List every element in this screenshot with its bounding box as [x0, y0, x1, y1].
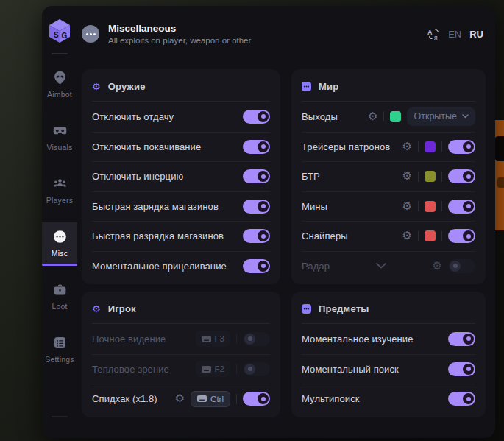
sidebar-item-players[interactable]: Players [42, 169, 77, 213]
toggle-switch[interactable] [448, 229, 475, 243]
translate-icon: A я [427, 28, 440, 40]
color-swatch[interactable] [425, 171, 436, 182]
toggle-switch[interactable] [448, 332, 475, 346]
section-title: Оружие [108, 81, 146, 92]
sidebar-item-misc[interactable]: Misc [42, 222, 77, 266]
hotkey-badge[interactable]: F2 [196, 361, 230, 377]
color-swatch[interactable] [425, 230, 436, 241]
section-title: Предметы [319, 303, 369, 314]
sidebar-item-aimbot[interactable]: Aimbot [42, 63, 77, 107]
svg-text:A: A [427, 29, 433, 36]
toggle-switch[interactable] [448, 259, 475, 273]
toggle-switch[interactable] [243, 392, 270, 406]
sidebar-divider [52, 416, 68, 417]
svg-text:S: S [54, 31, 59, 39]
section-gear-icon: ⚙ [92, 82, 101, 91]
setting-row: Снайперы ⚙ [302, 221, 475, 251]
exits-dropdown[interactable]: Открытые [407, 107, 475, 126]
sidebar-item-loot[interactable]: Loot [42, 275, 77, 319]
toggle-switch[interactable] [243, 362, 270, 376]
setting-row: Выходы ⚙ Открытые [302, 102, 475, 132]
lang-ru-button[interactable]: RU [469, 29, 483, 40]
setting-row: Быстрая зарядка магазинов [92, 191, 270, 222]
gear-icon[interactable]: ⚙ [368, 111, 377, 122]
setting-row: Тепловое зрение F2 [92, 354, 270, 384]
sidebar: S G Aimbot Visuals [42, 6, 77, 438]
section-weapon: ⚙ Оружие Отключить отдачу Отключить пока… [82, 69, 280, 284]
main-content: ⚙ Оружие Отключить отдачу Отключить пока… [77, 62, 495, 438]
toggle-switch[interactable] [448, 169, 475, 183]
chevron-down-icon[interactable] [330, 263, 433, 269]
toggle-switch[interactable] [243, 140, 270, 154]
section-gear-icon: ⚙ [92, 304, 101, 314]
sidebar-divider [52, 53, 68, 54]
gear-icon[interactable]: ⚙ [402, 230, 412, 241]
setting-row: Отключить отдачу [92, 102, 270, 132]
toggle-switch[interactable] [243, 259, 270, 273]
setting-row: Ночное видение F3 [92, 324, 270, 354]
section-world: Мир Выходы ⚙ Открытые [291, 69, 486, 284]
setting-row: Моментальное изучение [302, 324, 475, 354]
setting-row: Отключить инерцию [92, 161, 270, 191]
toggle-switch[interactable] [243, 110, 270, 124]
sidebar-item-label: Players [46, 196, 73, 205]
color-swatch[interactable] [425, 141, 436, 152]
sidebar-item-visuals[interactable]: Visuals [42, 116, 77, 160]
color-swatch[interactable] [390, 111, 401, 122]
setting-row: Спидхак (x1.8) ⚙ Ctrl [92, 384, 270, 414]
app-logo-icon: S G [47, 18, 72, 44]
setting-row: Радар ⚙ [302, 251, 475, 281]
section-items: Предметы Моментальное изучение Моменталь… [291, 292, 486, 417]
toggle-switch[interactable] [448, 140, 475, 154]
keyboard-icon [197, 395, 207, 402]
setting-row: БТР ⚙ [302, 161, 475, 191]
keyboard-icon [202, 336, 211, 342]
toggle-switch[interactable] [448, 362, 475, 376]
keyboard-icon [202, 366, 211, 373]
toggle-switch[interactable] [448, 200, 475, 214]
sidebar-item-settings[interactable]: Settings [42, 328, 77, 372]
toggle-switch[interactable] [243, 200, 270, 214]
color-swatch[interactable] [425, 201, 436, 212]
gear-icon[interactable]: ⚙ [402, 141, 412, 152]
vr-goggles-icon [52, 123, 68, 138]
sidebar-item-label: Settings [45, 355, 74, 364]
gear-icon[interactable]: ⚙ [175, 393, 185, 404]
section-title: Мир [319, 81, 338, 92]
cheat-window: S G Aimbot Visuals [42, 6, 495, 438]
setting-row: Отключить покачивание [92, 132, 270, 162]
players-icon [52, 176, 68, 191]
page-title: Miscellaneous [108, 23, 251, 34]
alien-icon [52, 70, 68, 85]
ellipsis-circle-icon [52, 229, 68, 244]
toggle-switch[interactable] [243, 169, 270, 183]
game-hud-fragment [494, 120, 504, 230]
gear-icon[interactable]: ⚙ [433, 261, 442, 272]
hotkey-badge[interactable]: Ctrl [191, 391, 230, 407]
gear-icon[interactable]: ⚙ [402, 201, 412, 212]
page-subtitle: All exploits on player, weapon or other [108, 36, 251, 45]
avatar [82, 25, 99, 43]
gear-icon[interactable]: ⚙ [402, 171, 412, 182]
setting-row: Трейсеры патронов ⚙ [302, 132, 475, 162]
sidebar-item-label: Misc [52, 249, 68, 258]
setting-row: Мультипоиск [302, 384, 475, 414]
briefcase-icon [52, 282, 68, 297]
setting-row: Быстрая разрядка магазинов [92, 221, 270, 251]
settings-list-icon [52, 335, 68, 350]
lang-en-button[interactable]: EN [448, 29, 461, 40]
sidebar-item-label: Aimbot [47, 90, 72, 99]
toggle-switch[interactable] [243, 332, 270, 346]
setting-row: Моментальный поиск [302, 354, 475, 384]
toggle-switch[interactable] [243, 229, 270, 243]
hotkey-badge[interactable]: F3 [196, 331, 230, 347]
sidebar-item-label: Loot [52, 302, 67, 311]
svg-text:я: я [434, 34, 438, 40]
section-player: ⚙ Игрок Ночное видение F3 [82, 292, 280, 417]
section-title: Игрок [108, 303, 136, 314]
chevron-down-icon [462, 114, 469, 119]
svg-text:G: G [62, 32, 68, 40]
toggle-switch[interactable] [448, 392, 475, 406]
header: Miscellaneous All exploits on player, we… [77, 6, 495, 62]
setting-row: Моментальное прицеливание [92, 251, 270, 281]
